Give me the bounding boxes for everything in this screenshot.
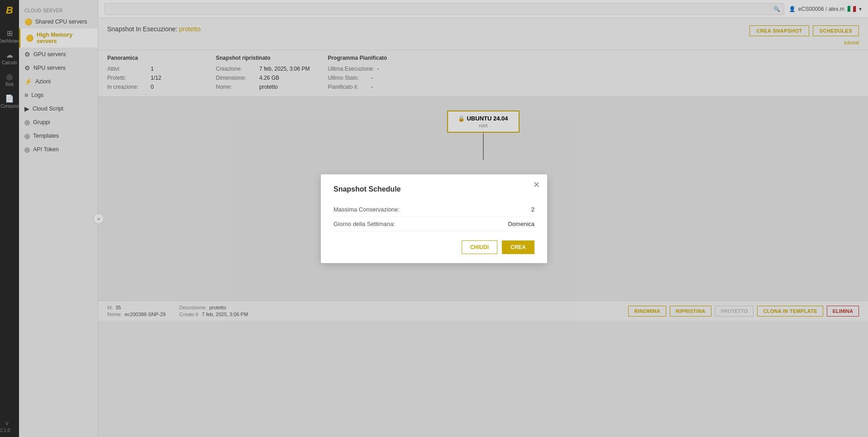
modal-overlay: ✕ Snapshot Schedule Massima Conservazion… bbox=[0, 0, 868, 437]
modal-crea-button[interactable]: CREA bbox=[502, 240, 534, 254]
snapshot-schedule-modal: ✕ Snapshot Schedule Massima Conservazion… bbox=[321, 174, 547, 263]
modal-close-x-button[interactable]: ✕ bbox=[533, 181, 540, 189]
modal-massima-conservazione-value: 2 bbox=[531, 206, 534, 213]
modal-actions: CHIUDI CREA bbox=[334, 240, 534, 254]
modal-giorno-settimana-label: Giorno della Settimana: bbox=[334, 221, 395, 227]
modal-massima-conservazione-row: Massima Conservazione: 2 bbox=[334, 202, 534, 217]
modal-giorno-settimana-value: Domenica bbox=[508, 221, 534, 227]
modal-title: Snapshot Schedule bbox=[334, 185, 534, 193]
modal-massima-conservazione-label: Massima Conservazione: bbox=[334, 206, 400, 213]
modal-giorno-settimana-row: Giorno della Settimana: Domenica bbox=[334, 217, 534, 231]
modal-chiudi-button[interactable]: CHIUDI bbox=[462, 240, 497, 254]
